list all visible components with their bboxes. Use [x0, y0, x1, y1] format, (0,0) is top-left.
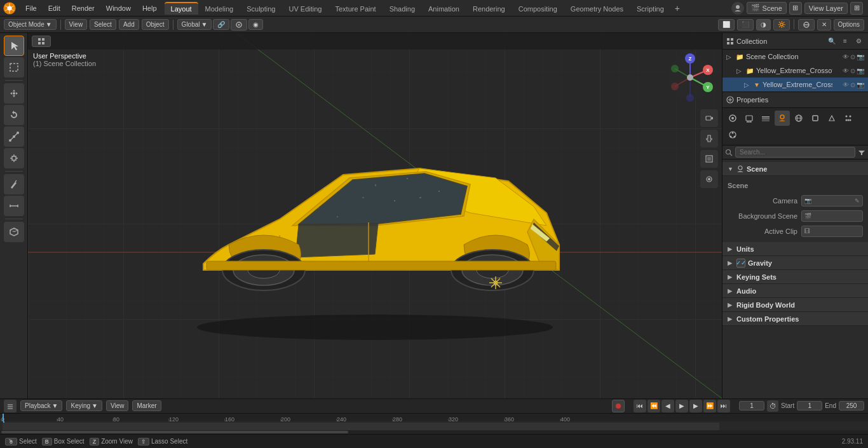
objects-visible-btn[interactable]: [700, 170, 718, 188]
render-icon[interactable]: 📷: [857, 53, 864, 60]
object-props-tab[interactable]: [808, 111, 823, 126]
view-layer-selector[interactable]: View Layer: [804, 3, 848, 14]
modifier-props-tab[interactable]: [824, 111, 839, 126]
prev-keyframe-btn[interactable]: ⏪: [648, 400, 660, 412]
output-props-tab[interactable]: [742, 111, 757, 126]
visibility-icon-2[interactable]: 👁: [843, 67, 849, 74]
scene-props-tab[interactable]: [775, 111, 790, 126]
props-filter-btn[interactable]: [858, 149, 865, 156]
cursor-tool-btn[interactable]: [4, 36, 24, 56]
timeline-scrollbar[interactable]: [0, 430, 868, 434]
keying-sets-section-header[interactable]: ▶ Keying Sets: [722, 270, 868, 284]
tab-uv-editing[interactable]: UV Editing: [282, 2, 328, 15]
object-btn-toolbar[interactable]: Object: [142, 19, 169, 30]
view-btn[interactable]: View: [65, 19, 88, 30]
scene-selector[interactable]: 🎬 Scene: [747, 2, 787, 14]
menu-render[interactable]: Render: [67, 3, 100, 13]
jump-end-btn[interactable]: ⏭: [717, 400, 730, 412]
timeline-type-btn[interactable]: [4, 400, 17, 412]
timeline-view-btn[interactable]: View: [106, 400, 129, 411]
gravity-section-header[interactable]: ▶ ✓ Gravity: [722, 256, 868, 270]
play-btn[interactable]: ▶: [675, 400, 688, 412]
select-btn-toolbar[interactable]: Select: [90, 19, 116, 30]
tab-layout[interactable]: Layout: [165, 2, 198, 15]
restrict-icon-2[interactable]: ⊙: [850, 67, 855, 74]
keying-btn[interactable]: Keying ▼: [66, 400, 102, 411]
viewport[interactable]: User Perspective (1) Scene Collection: [28, 33, 722, 398]
tab-scripting[interactable]: Scripting: [630, 2, 670, 15]
timeline-track[interactable]: [0, 421, 868, 434]
render-region-btn[interactable]: [700, 150, 718, 168]
annotate-tool-btn[interactable]: [4, 174, 24, 194]
render-icon-3[interactable]: 📷: [857, 81, 864, 88]
visibility-icon-3[interactable]: 👁: [843, 81, 849, 88]
gravity-checkbox[interactable]: ✓: [736, 259, 745, 268]
tab-animation[interactable]: Animation: [422, 2, 466, 15]
render-props-tab[interactable]: [725, 111, 740, 126]
add-workspace-button[interactable]: +: [671, 2, 684, 15]
view-layer-props-tab[interactable]: [758, 111, 773, 126]
prev-frame-btn[interactable]: ◀: [661, 400, 674, 412]
end-frame-input[interactable]: [839, 401, 864, 411]
move-tool-btn[interactable]: [4, 83, 24, 104]
visibility-icon[interactable]: 👁: [843, 53, 849, 60]
outliner-item-scene-collection[interactable]: ▷ 📁 Scene Collection 👁 ⊙ 📷: [722, 50, 868, 64]
menu-help[interactable]: Help: [137, 3, 162, 13]
scale-tool-btn[interactable]: [4, 126, 24, 147]
select-tool-btn[interactable]: [4, 57, 24, 78]
tab-texture-paint[interactable]: Texture Paint: [329, 2, 382, 15]
time-display-btn[interactable]: ⏱: [767, 400, 778, 412]
properties-search-input[interactable]: [735, 147, 855, 158]
menu-window[interactable]: Window: [101, 3, 136, 13]
render-icon-2[interactable]: 📷: [857, 67, 864, 74]
global-btn[interactable]: Global ▼: [177, 19, 212, 30]
tab-rendering[interactable]: Rendering: [466, 2, 512, 15]
audio-section-header[interactable]: ▶ Audio: [722, 284, 868, 298]
solid-shading-btn[interactable]: ⬛: [737, 19, 754, 31]
grab-tool-btn[interactable]: [700, 130, 718, 147]
timeline-scrollbar-thumb[interactable]: [1, 431, 348, 433]
outliner-filter-btn[interactable]: 🔍: [826, 36, 837, 47]
playback-btn[interactable]: Playback ▼: [20, 400, 62, 411]
jump-start-btn[interactable]: ⏮: [634, 400, 646, 412]
record-btn[interactable]: [612, 400, 625, 412]
rendered-shading-btn[interactable]: ◑: [756, 19, 771, 31]
marker-btn[interactable]: Marker: [132, 400, 161, 411]
navigation-gizmo[interactable]: X Y Z: [665, 52, 715, 103]
viewport-overlays-btn[interactable]: [798, 19, 815, 31]
menu-edit[interactable]: Edit: [43, 3, 65, 13]
current-frame-input[interactable]: [739, 401, 764, 411]
tab-sculpting[interactable]: Sculpting: [240, 2, 281, 15]
viewport-type-btn[interactable]: [32, 36, 51, 47]
next-frame-btn[interactable]: ▶: [689, 400, 702, 412]
world-props-tab[interactable]: [791, 111, 806, 126]
camera-view-btn[interactable]: [700, 109, 718, 127]
start-frame-input[interactable]: [797, 401, 822, 411]
restrict-icon-3[interactable]: ⊙: [850, 81, 855, 88]
add-cube-btn[interactable]: [4, 222, 24, 242]
tab-geometry-nodes[interactable]: Geometry Nodes: [564, 2, 630, 15]
camera-edit-icon[interactable]: ✎: [855, 198, 860, 204]
custom-props-section-header[interactable]: ▶ Custom Properties: [722, 312, 868, 326]
camera-value-btn[interactable]: 📷 ✎: [801, 195, 863, 207]
transform-tool-btn[interactable]: [4, 148, 24, 168]
physics-props-tab[interactable]: [725, 127, 740, 142]
outliner-item-mesh[interactable]: ▷ ▼ Yellow_Extreme_Crossov... 👁 ⊙ 📷: [722, 78, 868, 92]
tab-modeling[interactable]: Modeling: [199, 2, 240, 15]
wireframe-shading-btn[interactable]: ⬜: [718, 19, 735, 31]
restrict-icon[interactable]: ⊙: [850, 53, 855, 60]
rigid-body-section-header[interactable]: ▶ Rigid Body World: [722, 298, 868, 312]
outliner-item-yellow-crossover[interactable]: ▷ 📁 Yellow_Extreme_Crossover_S 👁 ⊙ 📷: [722, 64, 868, 78]
outliner-sort-btn[interactable]: ≡: [839, 36, 851, 47]
active-clip-value-btn[interactable]: 🎞: [801, 226, 863, 237]
units-section-header[interactable]: ▶ Units: [722, 242, 868, 256]
tab-compositing[interactable]: Compositing: [512, 2, 564, 15]
transform-lock-btn[interactable]: 🔗: [213, 19, 229, 30]
view-layer-options-btn[interactable]: ⊞: [850, 2, 863, 15]
user-icon[interactable]: [731, 2, 744, 15]
add-btn-toolbar[interactable]: Add: [119, 19, 139, 30]
rotate-tool-btn[interactable]: [4, 105, 24, 125]
measure-tool-btn[interactable]: [4, 196, 24, 216]
next-keyframe-btn[interactable]: ⏩: [703, 400, 716, 412]
object-mode-btn[interactable]: Object Mode ▼: [4, 19, 57, 30]
